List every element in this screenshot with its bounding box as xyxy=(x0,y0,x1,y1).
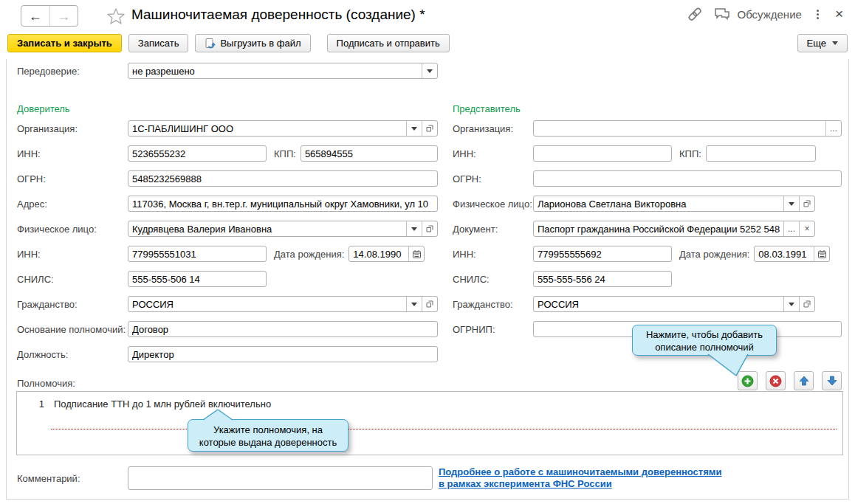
principal-inn-input[interactable] xyxy=(128,146,266,161)
rep-document-field[interactable]: ... × xyxy=(533,221,815,237)
rep-inn-field[interactable] xyxy=(533,145,672,162)
principal-org-input[interactable] xyxy=(128,121,406,136)
open-form-icon[interactable] xyxy=(422,121,437,136)
discussion-icon[interactable] xyxy=(713,6,731,22)
dropdown-icon[interactable] xyxy=(406,297,422,311)
rep-inn-input[interactable] xyxy=(534,146,671,161)
rep-document-label: Документ: xyxy=(453,224,533,235)
open-form-icon[interactable] xyxy=(799,196,814,211)
rep-snils-field[interactable] xyxy=(533,271,672,287)
transfer-combobox[interactable] xyxy=(128,63,438,79)
rep-citizenship-input[interactable] xyxy=(534,297,783,311)
back-icon[interactable]: ← xyxy=(21,6,50,26)
rep-inn-label: ИНН: xyxy=(453,148,533,159)
rep-kpp-field[interactable] xyxy=(706,145,816,162)
chevron-down-icon xyxy=(832,41,838,45)
dropdown-icon[interactable] xyxy=(406,121,422,136)
open-form-icon[interactable] xyxy=(799,297,814,311)
specify-powers-tooltip-tail xyxy=(200,410,236,421)
ellipsis-icon[interactable]: ... xyxy=(783,221,799,236)
principal-kpp-field[interactable] xyxy=(301,145,438,162)
principal-person-combobox[interactable] xyxy=(128,221,438,237)
open-form-icon[interactable] xyxy=(422,221,437,236)
principal-person-inn-input[interactable] xyxy=(128,246,266,261)
rep-ogrn-input[interactable] xyxy=(534,171,841,186)
principal-basis-input[interactable] xyxy=(128,322,437,336)
calendar-icon[interactable] xyxy=(814,246,829,261)
x-circle-icon xyxy=(769,375,782,387)
save-button[interactable]: Записать xyxy=(128,34,189,52)
principal-birth-input[interactable] xyxy=(349,246,408,261)
more-menu-icon[interactable] xyxy=(812,8,823,21)
dropdown-icon[interactable] xyxy=(783,196,799,211)
principal-address-field[interactable] xyxy=(128,196,438,212)
rep-person-inn-field[interactable] xyxy=(533,246,672,262)
rep-kpp-input[interactable] xyxy=(707,146,815,161)
transfer-label: Передоверие: xyxy=(17,66,128,77)
save-and-close-button[interactable]: Записать и закрыть xyxy=(7,34,122,52)
close-icon[interactable]: × xyxy=(834,6,845,22)
link-icon[interactable] xyxy=(687,6,703,22)
comment-input[interactable] xyxy=(128,467,432,489)
principal-birth-field[interactable] xyxy=(348,246,425,262)
rep-snils-input[interactable] xyxy=(534,272,671,286)
principal-ogrn-input[interactable] xyxy=(128,171,437,186)
move-up-button[interactable] xyxy=(794,371,814,390)
rep-kpp-label: КПП: xyxy=(679,148,701,159)
transfer-input[interactable] xyxy=(128,63,422,78)
principal-citizenship-input[interactable] xyxy=(128,297,406,311)
delete-power-button[interactable] xyxy=(766,371,786,390)
principal-citizenship-label: Гражданство: xyxy=(17,299,128,310)
forward-icon[interactable]: → xyxy=(50,6,78,26)
dropdown-icon[interactable] xyxy=(422,63,437,78)
principal-position-input[interactable] xyxy=(128,347,437,362)
comment-field[interactable] xyxy=(128,466,433,490)
favorite-star-icon[interactable] xyxy=(106,7,126,26)
rep-org-input[interactable] xyxy=(534,121,825,136)
open-form-icon[interactable] xyxy=(422,297,437,311)
ellipsis-icon[interactable]: ... xyxy=(825,121,841,136)
discussion-label[interactable]: Обсуждение xyxy=(737,8,801,21)
principal-citizenship-combobox[interactable] xyxy=(128,296,438,312)
fns-info-link[interactable]: Подробнее о работе с машиночитаемыми дов… xyxy=(439,466,786,490)
rep-citizenship-combobox[interactable] xyxy=(533,296,815,312)
rep-birth-field[interactable] xyxy=(754,246,830,262)
principal-ogrn-field[interactable] xyxy=(128,170,438,187)
clear-icon[interactable]: × xyxy=(799,221,814,236)
principal-snils-field[interactable] xyxy=(128,271,267,287)
dropdown-icon[interactable] xyxy=(783,297,799,311)
more-button[interactable]: Еще xyxy=(797,34,848,52)
principal-inn-field[interactable] xyxy=(128,145,267,162)
principal-position-label: Должность: xyxy=(17,349,128,360)
rep-document-input[interactable] xyxy=(534,221,783,236)
principal-org-combobox[interactable] xyxy=(128,120,438,137)
file-export-icon xyxy=(205,38,216,49)
principal-address-input[interactable] xyxy=(128,196,437,211)
required-field-line xyxy=(51,429,837,429)
rep-birth-label: Дата рождения: xyxy=(679,249,749,260)
principal-person-input[interactable] xyxy=(128,221,406,236)
rep-birth-input[interactable] xyxy=(755,246,814,261)
principal-person-inn-field[interactable] xyxy=(128,246,267,262)
rep-person-input[interactable] xyxy=(534,196,783,211)
rep-person-label: Физическое лицо: xyxy=(453,199,533,210)
rep-person-combobox[interactable] xyxy=(533,196,815,212)
comment-label: Комментарий: xyxy=(17,473,80,484)
move-down-button[interactable] xyxy=(822,371,842,390)
export-to-file-button[interactable]: Выгрузить в файл xyxy=(195,34,310,52)
principal-basis-field[interactable] xyxy=(128,321,438,337)
specify-powers-tooltip: Укажите полномочия, на которые выдана до… xyxy=(188,419,348,452)
principal-kpp-input[interactable] xyxy=(301,146,437,161)
dropdown-icon[interactable] xyxy=(406,221,422,236)
powers-list-item[interactable]: 1 Подписание ТТН до 1 млн рублей включит… xyxy=(17,396,842,411)
principal-kpp-label: КПП: xyxy=(274,148,296,159)
calendar-icon[interactable] xyxy=(408,246,424,261)
rep-ogrn-field[interactable] xyxy=(533,170,842,187)
principal-snils-input[interactable] xyxy=(128,272,266,286)
add-power-tooltip: Нажмите, чтобы добавить описание полномо… xyxy=(632,325,777,356)
rep-person-inn-input[interactable] xyxy=(534,246,671,261)
principal-position-field[interactable] xyxy=(128,346,438,362)
powers-label: Полномочия: xyxy=(17,378,75,389)
rep-org-field[interactable]: ... xyxy=(533,120,842,137)
sign-and-send-button[interactable]: Подписать и отправить xyxy=(327,34,450,52)
